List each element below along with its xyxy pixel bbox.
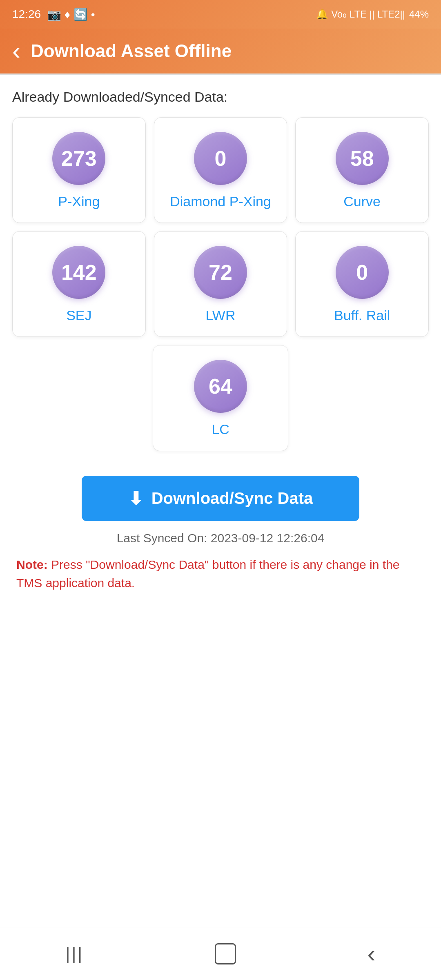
single-item-row: 64 LC — [12, 345, 429, 451]
grid-item-sej[interactable]: 142 SEJ — [12, 231, 146, 337]
nav-recents-button[interactable]: ||| — [66, 944, 84, 964]
note-message: Press "Download/Sync Data" button if the… — [16, 558, 399, 590]
badge-sej: 142 — [52, 246, 105, 299]
status-right: 🔔 Vo₀ LTE || LTE2|| 44% — [316, 9, 429, 20]
note-section: Note: Press "Download/Sync Data" button … — [12, 555, 429, 592]
label-buff-rail: Buff. Rail — [334, 306, 390, 324]
label-lwr: LWR — [205, 306, 235, 324]
badge-buff-rail: 0 — [336, 246, 389, 299]
back-button[interactable]: ‹ — [12, 39, 20, 63]
bottom-section: ⬇ Download/Sync Data Last Synced On: 202… — [12, 476, 429, 592]
status-icons: 📷 ♦ 🔄 • — [47, 8, 95, 21]
badge-lc: 64 — [194, 360, 247, 413]
battery: 44% — [409, 9, 429, 20]
home-icon — [215, 943, 236, 964]
label-lc: LC — [212, 420, 229, 438]
label-diamond-pxing: Diamond P-Xing — [170, 192, 271, 210]
badge-diamond-pxing: 0 — [194, 132, 247, 185]
status-time: 12:26 — [12, 8, 41, 21]
grid-item-buff-rail[interactable]: 0 Buff. Rail — [295, 231, 429, 337]
grid-item-pxing[interactable]: 273 P-Xing — [12, 117, 146, 223]
badge-pxing: 273 — [52, 132, 105, 185]
status-bar: 12:26 📷 ♦ 🔄 • 🔔 Vo₀ LTE || LTE2|| 44% — [0, 0, 441, 29]
page-title: Download Asset Offline — [31, 41, 232, 61]
back-icon: ‹ — [12, 39, 20, 63]
nav-back-button[interactable]: ‹ — [367, 940, 375, 968]
grid-item-diamond-pxing[interactable]: 0 Diamond P-Xing — [154, 117, 287, 223]
label-sej: SEJ — [66, 306, 91, 324]
main-content: Already Downloaded/Synced Data: 273 P-Xi… — [0, 75, 441, 928]
section-title: Already Downloaded/Synced Data: — [12, 89, 429, 105]
download-icon: ⬇ — [128, 488, 143, 509]
label-pxing: P-Xing — [58, 192, 100, 210]
badge-lwr: 72 — [194, 246, 247, 299]
label-curve: Curve — [343, 192, 381, 210]
nav-home-button[interactable] — [215, 943, 236, 964]
signal-icons: 🔔 Vo₀ LTE || LTE2|| — [316, 9, 405, 20]
grid-item-lc[interactable]: 64 LC — [153, 345, 289, 451]
download-button-label: Download/Sync Data — [151, 489, 313, 508]
grid-item-curve[interactable]: 58 Curve — [295, 117, 429, 223]
status-left: 12:26 📷 ♦ 🔄 • — [12, 8, 95, 21]
download-sync-button[interactable]: ⬇ Download/Sync Data — [82, 476, 359, 521]
badge-curve: 58 — [336, 132, 389, 185]
last-synced-label: Last Synced On: 2023-09-12 12:26:04 — [117, 531, 325, 545]
note-prefix: Note: — [16, 558, 48, 571]
nav-bar: ||| ‹ — [0, 927, 441, 980]
grid-item-lwr[interactable]: 72 LWR — [154, 231, 287, 337]
recents-icon: ||| — [66, 944, 84, 964]
back-nav-icon: ‹ — [367, 940, 375, 968]
asset-grid: 273 P-Xing 0 Diamond P-Xing 58 Curve 142… — [12, 117, 429, 337]
header: ‹ Download Asset Offline — [0, 29, 441, 74]
